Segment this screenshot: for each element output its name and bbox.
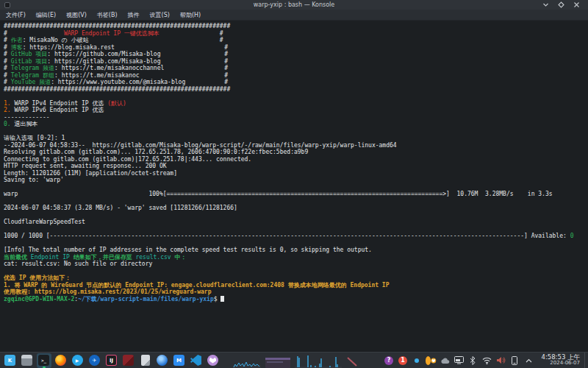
blue-dot-indicator[interactable] bbox=[412, 353, 423, 368]
help-badge-icon-badge: ? bbox=[384, 356, 393, 365]
terminal-line: # WARP Endpoint IP 一键优选脚本 # bbox=[4, 30, 588, 38]
terminal-line: 请输入选项 [0-2]: 1 bbox=[4, 135, 588, 142]
terminal-line: 优选 IP 使用方法如下： bbox=[4, 275, 588, 282]
terminal-line: 使用教程: https://blog.misaka.rest/2023/01/2… bbox=[4, 289, 588, 296]
screen-ruler-widget[interactable] bbox=[346, 353, 358, 368]
blue-bird-app-icon[interactable]: ✈ bbox=[87, 353, 102, 368]
neko-app-icon[interactable] bbox=[206, 353, 220, 368]
terminal-line: 1. 将 WARP 的 WireGuard 节点的默认的 Endpoint IP… bbox=[4, 282, 588, 289]
terminal-line: [Info] The total number of IP addresses … bbox=[4, 247, 588, 254]
menu-item-4[interactable]: 插件 bbox=[128, 11, 140, 19]
bluetooth-icon[interactable] bbox=[467, 353, 478, 368]
telegram-icon-glyph: ▶ bbox=[72, 355, 83, 366]
cloud-tray-icon[interactable] bbox=[440, 353, 451, 368]
kdeconnect-phone-icon[interactable] bbox=[509, 353, 520, 368]
menu-item-3[interactable]: 书签(B) bbox=[97, 11, 118, 19]
clock[interactable]: 4:58:53 上午 2024-06-07 bbox=[542, 354, 580, 366]
kde-launcher-icon-glyph: K bbox=[4, 355, 15, 366]
terminal-line bbox=[4, 128, 588, 135]
terminal-cursor bbox=[220, 296, 224, 302]
close-button[interactable] bbox=[573, 1, 581, 9]
motrix-icon[interactable]: M bbox=[172, 353, 187, 368]
file-manager-icon[interactable] bbox=[20, 353, 35, 368]
cat-tray-icon[interactable] bbox=[426, 353, 437, 368]
terminal-line: zgqinc@GPD-WIN-MAX-2:~/下载/warp-script-ma… bbox=[4, 296, 588, 303]
show-desktop-button[interactable] bbox=[584, 353, 588, 368]
terminal-line: CloudflareWarpSpeedTest bbox=[4, 219, 588, 226]
blue-sphere-app-icon[interactable] bbox=[155, 353, 170, 368]
intellij-idea-icon-glyph: IJ bbox=[106, 355, 117, 366]
konsole-icon[interactable]: >_ bbox=[37, 353, 51, 368]
terminal-line bbox=[4, 198, 588, 205]
terminal-line: HTTP request sent, awaiting response... … bbox=[4, 163, 588, 170]
terminal-line bbox=[4, 93, 588, 100]
terminal-line bbox=[4, 212, 588, 219]
blue-dot-indicator-badge bbox=[415, 358, 419, 363]
terminal-line: ------------- bbox=[4, 114, 588, 121]
terminal-line: # YouTube 频道: https://www.youtube.com/@m… bbox=[4, 79, 588, 86]
vscode-icon-glyph bbox=[190, 355, 201, 366]
tray-expander-caret-icon[interactable] bbox=[523, 353, 534, 368]
menu-item-0[interactable]: 文件(F) bbox=[6, 11, 26, 19]
document-icon-glyph bbox=[141, 355, 150, 366]
terminal-line bbox=[4, 184, 588, 191]
audio-waveform-widget[interactable] bbox=[233, 353, 261, 368]
terminal-line: 1. WARP IPv4 Endpoint IP 优选 (默认) bbox=[4, 100, 588, 107]
volume-muted-icon[interactable] bbox=[495, 353, 506, 368]
terminal-line: 0. 退出脚本 bbox=[4, 121, 588, 128]
terminal-line: 2024-06-07 04:58:37 (3.28 MB/s) - 'warp'… bbox=[4, 205, 588, 212]
terminal-line: --2024-06-07 04:58:33-- https://gitlab.c… bbox=[4, 142, 588, 149]
titlebar[interactable]: warp-yxip : bash — Konsole bbox=[0, 0, 588, 10]
terminal-line: Length: 11201266 (11M) [application/octe… bbox=[4, 170, 588, 177]
minimize-button[interactable] bbox=[542, 1, 550, 9]
kde-launcher-icon[interactable]: K bbox=[3, 353, 18, 368]
terminal-line: Resolving gitlab.com (gitlab.com)... 172… bbox=[4, 149, 588, 156]
terminal-line: warp 100%[==============================… bbox=[4, 191, 588, 198]
terminal-line: 当前最优 Endpoint IP 结果如下，并已保存至 result.csv 中… bbox=[4, 254, 588, 261]
neko-app-icon-glyph bbox=[207, 355, 218, 366]
terminal-line: cat: result.csv: No such file or directo… bbox=[4, 261, 588, 268]
menu-item-5[interactable]: 设置(S) bbox=[150, 11, 170, 19]
terminal-line: # Telegram 频道: https://t.me/misakanoccha… bbox=[4, 65, 588, 72]
notification-badge-icon[interactable]: 1 bbox=[398, 353, 409, 368]
file-manager-icon-glyph bbox=[21, 355, 32, 366]
help-badge-icon[interactable]: ? bbox=[384, 353, 395, 368]
terminal-line: # GitHub 项目: https://github.com/Misaka-b… bbox=[4, 51, 588, 58]
intellij-idea-icon[interactable]: IJ bbox=[104, 353, 119, 368]
terminal-line: # Telegram 群组: https://t.me/misakanoc # bbox=[4, 72, 588, 79]
firefox-icon-glyph bbox=[55, 355, 66, 366]
network-graph-widget[interactable] bbox=[295, 353, 342, 368]
vscode-icon[interactable] bbox=[189, 353, 204, 368]
window-controls bbox=[542, 1, 588, 9]
menu-item-1[interactable]: 编辑(E) bbox=[36, 11, 56, 19]
menubar: 文件(F)编辑(E)视图(V)书签(B)插件设置(S)帮助(H) bbox=[0, 10, 588, 21]
document-icon[interactable] bbox=[138, 353, 153, 368]
terminal-output[interactable]: ########################################… bbox=[0, 21, 588, 352]
terminal-line: Connecting to gitlab.com (gitlab.com)|17… bbox=[4, 156, 588, 163]
red-app-icon[interactable] bbox=[121, 353, 136, 368]
terminal-line bbox=[4, 240, 588, 247]
menu-item-6[interactable]: 帮助(H) bbox=[180, 11, 201, 19]
cat-tray-icon-badge bbox=[426, 356, 431, 365]
red-app-icon-glyph bbox=[123, 355, 134, 366]
clock-date: 2024-06-07 bbox=[542, 361, 580, 366]
firefox-icon[interactable] bbox=[54, 353, 68, 368]
konsole-icon-glyph: >_ bbox=[38, 355, 49, 366]
window-title: warp-yxip : bash — Konsole bbox=[0, 0, 588, 10]
terminal-line: # 作者: MisakaNo の 小破站 # bbox=[4, 37, 588, 44]
terminal-line: Saving to: 'warp' bbox=[4, 177, 588, 184]
notification-badge-icon-badge: 1 bbox=[398, 356, 407, 365]
terminal-line: ########################################… bbox=[4, 23, 588, 30]
wifi-icon[interactable] bbox=[481, 353, 492, 368]
terminal-line: ########################################… bbox=[4, 86, 588, 93]
window-preview-thumbnail[interactable] bbox=[265, 353, 290, 368]
maximize-button[interactable] bbox=[557, 1, 565, 9]
terminal-line: 2. WARP IPv6 Endpoint IP 优选 bbox=[4, 107, 588, 114]
terminal-line: # 博客: https://blog.misaka.rest # bbox=[4, 44, 588, 52]
blue-sphere-app-icon-glyph bbox=[157, 355, 168, 366]
menu-item-2[interactable]: 视图(V) bbox=[66, 11, 87, 19]
taskbar: K>_▶✈IJM ?1 4:58:53 上午 2024-06-07 bbox=[0, 352, 588, 368]
display-battery-icon[interactable] bbox=[453, 353, 465, 368]
telegram-icon[interactable]: ▶ bbox=[71, 353, 85, 368]
terminal-line bbox=[4, 268, 588, 275]
